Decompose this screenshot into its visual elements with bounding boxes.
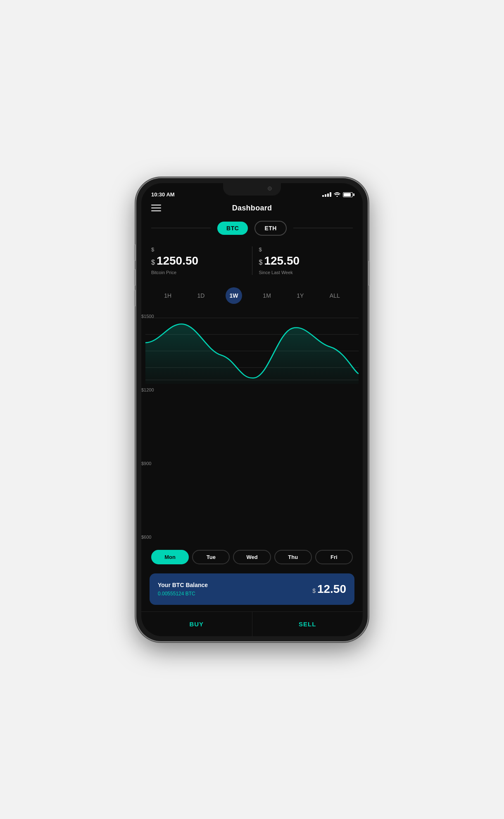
day-filter-tue[interactable]: Tue <box>192 550 230 564</box>
battery-icon <box>343 192 353 197</box>
battery-fill <box>344 193 351 196</box>
btc-button[interactable]: BTC <box>217 222 248 235</box>
weekly-change-stat: $ $ 125.50 Since Last Week <box>259 246 353 275</box>
balance-dollar-sign: $ <box>312 587 316 594</box>
weekly-change-value: 125.50 <box>264 254 300 267</box>
time-filter-1h[interactable]: 1H <box>159 287 176 304</box>
weekly-currency-symbol: $ <box>259 246 353 253</box>
bottom-bar: BUY SELL <box>141 611 363 636</box>
day-filter-mon[interactable]: Mon <box>151 550 189 564</box>
price-stats: $ $ 1250.50 Bitcoin Price $ $ 125.50 Sin… <box>141 240 363 282</box>
chart-area: $1500 $1200 $900 $600 <box>141 310 363 544</box>
bitcoin-currency-symbol: $ <box>151 246 245 253</box>
signal-icon <box>322 192 331 197</box>
y-label-600: $600 <box>141 535 154 540</box>
y-label-1500: $1500 <box>141 314 154 319</box>
notch <box>223 183 281 196</box>
day-filter-fri[interactable]: Fri <box>315 550 353 564</box>
status-icons <box>322 191 353 198</box>
y-label-900: $900 <box>141 461 154 466</box>
chart-y-axis: $1500 $1200 $900 $600 <box>141 310 154 544</box>
buy-button[interactable]: BUY <box>141 612 252 636</box>
bitcoin-price-stat: $ $ 1250.50 Bitcoin Price <box>151 246 245 275</box>
coin-selector: BTC ETH <box>141 217 363 240</box>
bitcoin-price-value: 1250.50 <box>157 254 198 267</box>
sell-button[interactable]: SELL <box>252 612 363 636</box>
header: Dashboard <box>141 201 363 217</box>
time-filter-1m[interactable]: 1M <box>258 287 276 304</box>
page-title: Dashboard <box>232 204 272 213</box>
time-filter-1d[interactable]: 1D <box>193 287 210 304</box>
eth-button[interactable]: ETH <box>254 221 287 236</box>
time-filter-1w[interactable]: 1W <box>226 287 242 304</box>
time-filters: 1H 1D 1W 1M 1Y ALL <box>141 282 363 310</box>
weekly-change-label: Since Last Week <box>259 270 353 275</box>
time-filter-all[interactable]: ALL <box>325 287 345 304</box>
balance-card: Your BTC Balance 0.00555124 BTC $ 12.50 <box>150 573 354 605</box>
day-filters: Mon Tue Wed Thu Fri <box>141 544 363 570</box>
balance-btc-amount: 0.00555124 BTC <box>158 591 208 597</box>
y-label-1200: $1200 <box>141 387 154 392</box>
day-filter-thu[interactable]: Thu <box>274 550 312 564</box>
camera <box>268 186 272 191</box>
day-filter-wed[interactable]: Wed <box>233 550 271 564</box>
menu-button[interactable] <box>151 205 161 211</box>
balance-card-title: Your BTC Balance <box>158 582 208 588</box>
status-time: 10:30 AM <box>151 191 175 198</box>
balance-usd-amount: 12.50 <box>317 583 346 596</box>
price-chart <box>145 310 359 384</box>
wifi-icon <box>334 191 340 198</box>
bitcoin-price-label: Bitcoin Price <box>151 270 245 275</box>
time-filter-1y[interactable]: 1Y <box>292 287 309 304</box>
